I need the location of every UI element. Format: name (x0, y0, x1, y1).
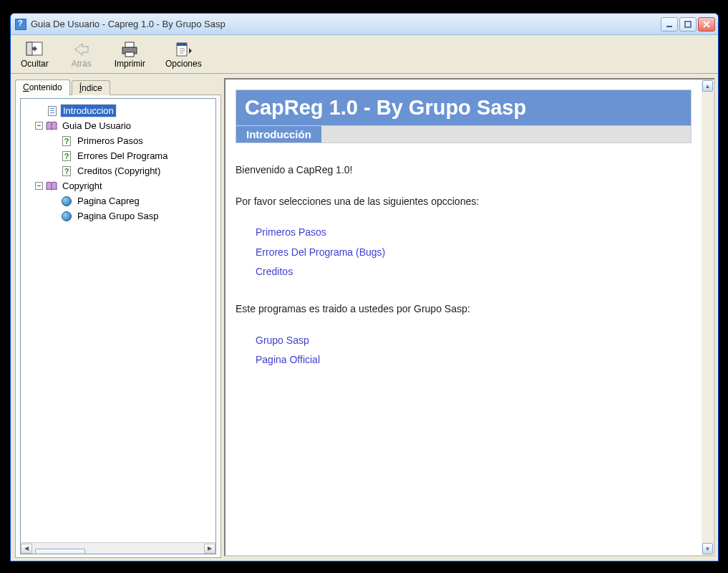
content-body: CapReg 1.0 - By Grupo Sasp Introducción … (225, 80, 702, 555)
options-label: Opciones (165, 59, 202, 69)
tree-item-credits[interactable]: ? Creditos (Copyright) (22, 163, 214, 178)
app-icon (15, 19, 26, 30)
svg-rect-0 (666, 26, 672, 27)
globe-icon (61, 211, 72, 222)
scroll-down-arrow[interactable]: ▼ (702, 543, 713, 554)
link-grupo-sasp[interactable]: Grupo Sasp (256, 334, 691, 348)
page-icon (47, 105, 58, 117)
help-icon: ? (61, 150, 72, 162)
tree-item-intro[interactable]: Introduccion (22, 103, 214, 118)
collapse-icon[interactable]: − (35, 122, 43, 130)
collapse-icon[interactable]: − (35, 182, 43, 190)
prompt-text-2: Este programas es traido a ustedes por G… (236, 302, 691, 317)
prompt-text-1: Por favor selecciones una de las siguien… (236, 195, 691, 209)
scroll-thumb[interactable] (35, 549, 85, 555)
link-list-2: Grupo Sasp Pagina Official (236, 334, 691, 367)
titlebar[interactable]: Guia De Usuario - Capreg 1.0 - By Grupo … (11, 14, 718, 35)
svg-rect-6 (125, 52, 134, 57)
tree-container: Introduccion − Guia De Usuario ? Primero… (15, 95, 221, 558)
options-icon (173, 40, 193, 59)
minimize-icon (666, 21, 673, 28)
back-icon (72, 40, 92, 59)
horizontal-scrollbar[interactable]: ◀ ▶ (21, 542, 215, 554)
options-button[interactable]: Opciones (160, 39, 208, 70)
tree-label-intro: Introduccion (61, 105, 116, 117)
tree-label-credits: Creditos (Copyright) (75, 165, 162, 177)
print-label: Imprimir (115, 59, 145, 69)
book-icon (46, 180, 57, 192)
scroll-left-arrow[interactable]: ◀ (21, 544, 32, 554)
print-icon (120, 40, 140, 59)
scroll-up-arrow[interactable]: ▲ (702, 80, 713, 92)
svg-rect-1 (685, 21, 691, 27)
tree-item-errors[interactable]: ? Errores Del Programa (22, 148, 214, 163)
print-button[interactable]: Imprimir (109, 39, 151, 70)
close-icon (703, 21, 710, 28)
link-primeros-pasos[interactable]: Primeros Pasos (256, 226, 691, 240)
help-window: Guia De Usuario - Capreg 1.0 - By Grupo … (10, 13, 719, 562)
navigation-panel: Contenido Índice Introduccion − Guia De … (11, 74, 224, 561)
maximize-icon (684, 21, 691, 28)
svg-rect-5 (125, 42, 134, 47)
help-icon: ? (61, 135, 72, 147)
link-list-1: Primeros Pasos Errores Del Programa (Bug… (236, 226, 691, 279)
content-text: Bienvenido a CapReg 1.0! Por favor selec… (236, 163, 691, 367)
tree-item-copyright[interactable]: − Copyright (22, 178, 214, 193)
svg-rect-8 (177, 43, 187, 46)
back-button[interactable]: Atrás (63, 39, 100, 70)
body-area: Contenido Índice Introduccion − Guia De … (11, 74, 718, 561)
content-panel: CapReg 1.0 - By Grupo Sasp Introducción … (224, 74, 718, 561)
tree-label-guide: Guia De Usuario (60, 120, 133, 132)
welcome-text: Bienvenido a CapReg 1.0! (236, 163, 691, 178)
link-pagina-official[interactable]: Pagina Official (256, 353, 691, 367)
tree-item-pagecapreg[interactable]: Pagina Capreg (22, 193, 214, 208)
tab-contents[interactable]: Contenido (15, 80, 70, 95)
link-creditos[interactable]: Creditos (256, 265, 691, 279)
window-title: Guia De Usuario - Capreg 1.0 - By Grupo … (31, 19, 661, 29)
hide-button[interactable]: Ocultar (15, 39, 54, 70)
vertical-scrollbar[interactable]: ▲ ▼ (702, 80, 714, 555)
tree-item-guide[interactable]: − Guia De Usuario (22, 118, 214, 133)
hide-icon (24, 40, 44, 59)
toolbar: Ocultar Atrás Imprimir Opciones (11, 35, 718, 74)
maximize-button[interactable] (679, 17, 697, 32)
nav-tabs: Contenido Índice (15, 78, 221, 95)
tree-label-firststeps: Primeros Pasos (75, 135, 145, 147)
tree-item-firststeps[interactable]: ? Primeros Pasos (22, 133, 214, 148)
page-subtitle: Introducción (236, 126, 321, 143)
tree-label-pagegrupo: Pagina Grupo Sasp (75, 210, 160, 222)
back-label: Atrás (72, 59, 92, 69)
subtitle-fill (321, 126, 691, 143)
tree-item-pagegrupo[interactable]: Pagina Grupo Sasp (22, 208, 214, 223)
hide-label: Ocultar (21, 59, 49, 69)
globe-icon (61, 196, 72, 207)
close-button[interactable] (698, 17, 715, 32)
page-title: CapReg 1.0 - By Grupo Sasp (236, 90, 691, 125)
content-frame: CapReg 1.0 - By Grupo Sasp Introducción … (224, 78, 715, 557)
book-icon (46, 120, 57, 132)
minimize-button[interactable] (661, 17, 678, 32)
tree-label-copyright: Copyright (60, 180, 105, 192)
tree-label-pagecapreg: Pagina Capreg (75, 195, 142, 207)
link-errores[interactable]: Errores Del Programa (Bugs) (256, 246, 691, 260)
window-controls (661, 17, 715, 32)
page-subtitle-row: Introducción (236, 125, 691, 143)
tab-index[interactable]: Índice (72, 80, 110, 95)
svg-rect-3 (26, 42, 32, 55)
help-icon: ? (61, 165, 72, 177)
tree-label-errors: Errores Del Programa (75, 150, 170, 162)
tree-view[interactable]: Introduccion − Guia De Usuario ? Primero… (20, 98, 216, 554)
scroll-right-arrow[interactable]: ▶ (204, 544, 215, 554)
